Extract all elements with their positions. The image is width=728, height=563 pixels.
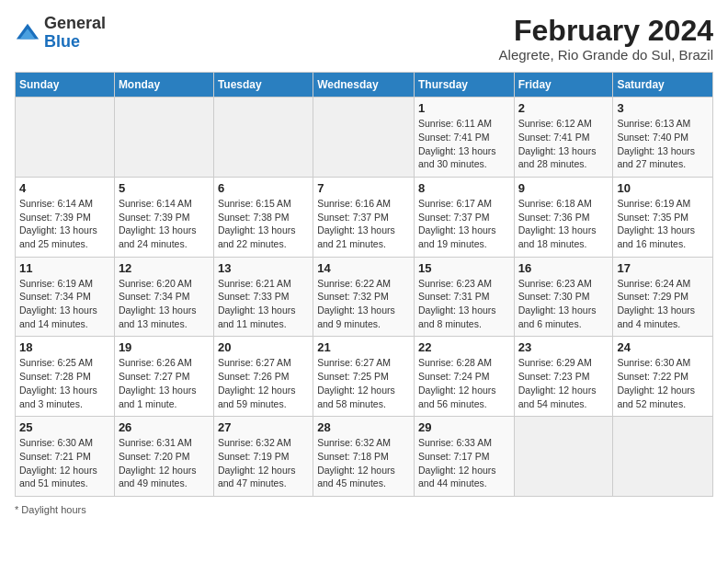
calendar-table: SundayMondayTuesdayWednesdayThursdayFrid… bbox=[15, 72, 713, 497]
calendar-cell: 1Sunrise: 6:11 AMSunset: 7:41 PMDaylight… bbox=[414, 98, 514, 178]
day-header-sunday: Sunday bbox=[16, 73, 115, 98]
day-number: 5 bbox=[119, 181, 210, 195]
calendar-cell: 26Sunrise: 6:31 AMSunset: 7:20 PMDayligh… bbox=[114, 417, 213, 497]
day-number: 20 bbox=[218, 340, 309, 354]
page-header: General Blue February 2024 Alegrete, Rio… bbox=[15, 15, 713, 63]
day-info: Sunrise: 6:31 AMSunset: 7:20 PMDaylight:… bbox=[119, 436, 210, 490]
day-info: Sunrise: 6:12 AMSunset: 7:41 PMDaylight:… bbox=[518, 117, 609, 171]
day-info: Sunrise: 6:27 AMSunset: 7:25 PMDaylight:… bbox=[317, 356, 410, 410]
day-info: Sunrise: 6:25 AMSunset: 7:28 PMDaylight:… bbox=[19, 356, 110, 410]
day-info: Sunrise: 6:15 AMSunset: 7:38 PMDaylight:… bbox=[218, 197, 309, 251]
calendar-cell bbox=[613, 417, 713, 497]
calendar-cell: 14Sunrise: 6:22 AMSunset: 7:32 PMDayligh… bbox=[313, 257, 415, 337]
calendar-cell: 19Sunrise: 6:26 AMSunset: 7:27 PMDayligh… bbox=[114, 337, 213, 417]
day-info: Sunrise: 6:27 AMSunset: 7:26 PMDaylight:… bbox=[218, 356, 309, 410]
calendar-cell: 22Sunrise: 6:28 AMSunset: 7:24 PMDayligh… bbox=[414, 337, 514, 417]
calendar-cell: 20Sunrise: 6:27 AMSunset: 7:26 PMDayligh… bbox=[213, 337, 313, 417]
calendar-cell: 10Sunrise: 6:19 AMSunset: 7:35 PMDayligh… bbox=[613, 177, 713, 257]
calendar-week-row: 1Sunrise: 6:11 AMSunset: 7:41 PMDaylight… bbox=[16, 98, 713, 178]
calendar-cell: 24Sunrise: 6:30 AMSunset: 7:22 PMDayligh… bbox=[613, 337, 713, 417]
day-info: Sunrise: 6:14 AMSunset: 7:39 PMDaylight:… bbox=[19, 197, 110, 251]
calendar-cell: 18Sunrise: 6:25 AMSunset: 7:28 PMDayligh… bbox=[16, 337, 115, 417]
day-header-friday: Friday bbox=[514, 73, 613, 98]
location-subtitle: Alegrete, Rio Grande do Sul, Brazil bbox=[499, 47, 713, 63]
day-number: 13 bbox=[218, 261, 309, 275]
day-number: 11 bbox=[19, 261, 110, 275]
day-info: Sunrise: 6:26 AMSunset: 7:27 PMDaylight:… bbox=[119, 356, 210, 410]
day-info: Sunrise: 6:23 AMSunset: 7:31 PMDaylight:… bbox=[418, 277, 510, 331]
day-number: 26 bbox=[119, 420, 210, 434]
calendar-header-row: SundayMondayTuesdayWednesdayThursdayFrid… bbox=[16, 73, 713, 98]
day-number: 3 bbox=[617, 101, 709, 115]
day-info: Sunrise: 6:32 AMSunset: 7:19 PMDaylight:… bbox=[218, 436, 309, 490]
calendar-cell bbox=[114, 98, 213, 178]
calendar-cell: 2Sunrise: 6:12 AMSunset: 7:41 PMDaylight… bbox=[514, 98, 613, 178]
day-number: 29 bbox=[418, 420, 510, 434]
calendar-cell: 21Sunrise: 6:27 AMSunset: 7:25 PMDayligh… bbox=[313, 337, 415, 417]
logo-icon bbox=[15, 20, 40, 46]
calendar-week-row: 4Sunrise: 6:14 AMSunset: 7:39 PMDaylight… bbox=[16, 177, 713, 257]
day-info: Sunrise: 6:20 AMSunset: 7:34 PMDaylight:… bbox=[119, 277, 210, 331]
day-number: 23 bbox=[518, 340, 609, 354]
day-number: 9 bbox=[518, 181, 609, 195]
footer-note: * Daylight hours bbox=[15, 504, 713, 515]
calendar-cell: 3Sunrise: 6:13 AMSunset: 7:40 PMDaylight… bbox=[613, 98, 713, 178]
logo-text: General Blue bbox=[44, 15, 106, 52]
day-number: 14 bbox=[317, 261, 410, 275]
day-number: 21 bbox=[317, 340, 410, 354]
logo: General Blue bbox=[15, 15, 106, 52]
day-number: 2 bbox=[518, 101, 609, 115]
day-info: Sunrise: 6:11 AMSunset: 7:41 PMDaylight:… bbox=[418, 117, 510, 171]
calendar-cell: 4Sunrise: 6:14 AMSunset: 7:39 PMDaylight… bbox=[16, 177, 115, 257]
title-area: February 2024 Alegrete, Rio Grande do Su… bbox=[499, 15, 713, 63]
day-info: Sunrise: 6:14 AMSunset: 7:39 PMDaylight:… bbox=[119, 197, 210, 251]
calendar-cell bbox=[16, 98, 115, 178]
day-info: Sunrise: 6:30 AMSunset: 7:22 PMDaylight:… bbox=[617, 356, 709, 410]
day-number: 4 bbox=[19, 181, 110, 195]
day-info: Sunrise: 6:22 AMSunset: 7:32 PMDaylight:… bbox=[317, 277, 410, 331]
day-info: Sunrise: 6:18 AMSunset: 7:36 PMDaylight:… bbox=[518, 197, 609, 251]
day-number: 17 bbox=[617, 261, 709, 275]
day-header-thursday: Thursday bbox=[414, 73, 514, 98]
month-year-title: February 2024 bbox=[499, 15, 713, 47]
calendar-cell bbox=[213, 98, 313, 178]
calendar-cell bbox=[514, 417, 613, 497]
day-header-saturday: Saturday bbox=[613, 73, 713, 98]
calendar-cell: 6Sunrise: 6:15 AMSunset: 7:38 PMDaylight… bbox=[213, 177, 313, 257]
calendar-cell: 25Sunrise: 6:30 AMSunset: 7:21 PMDayligh… bbox=[16, 417, 115, 497]
day-number: 27 bbox=[218, 420, 309, 434]
day-number: 24 bbox=[617, 340, 709, 354]
calendar-cell: 13Sunrise: 6:21 AMSunset: 7:33 PMDayligh… bbox=[213, 257, 313, 337]
calendar-cell: 9Sunrise: 6:18 AMSunset: 7:36 PMDaylight… bbox=[514, 177, 613, 257]
calendar-cell: 15Sunrise: 6:23 AMSunset: 7:31 PMDayligh… bbox=[414, 257, 514, 337]
day-number: 15 bbox=[418, 261, 510, 275]
calendar-cell: 17Sunrise: 6:24 AMSunset: 7:29 PMDayligh… bbox=[613, 257, 713, 337]
day-info: Sunrise: 6:33 AMSunset: 7:17 PMDaylight:… bbox=[418, 436, 510, 490]
day-header-monday: Monday bbox=[114, 73, 213, 98]
day-info: Sunrise: 6:23 AMSunset: 7:30 PMDaylight:… bbox=[518, 277, 609, 331]
day-info: Sunrise: 6:17 AMSunset: 7:37 PMDaylight:… bbox=[418, 197, 510, 251]
day-info: Sunrise: 6:19 AMSunset: 7:34 PMDaylight:… bbox=[19, 277, 110, 331]
calendar-cell: 7Sunrise: 6:16 AMSunset: 7:37 PMDaylight… bbox=[313, 177, 415, 257]
calendar-week-row: 11Sunrise: 6:19 AMSunset: 7:34 PMDayligh… bbox=[16, 257, 713, 337]
day-number: 25 bbox=[19, 420, 110, 434]
calendar-cell: 29Sunrise: 6:33 AMSunset: 7:17 PMDayligh… bbox=[414, 417, 514, 497]
day-info: Sunrise: 6:29 AMSunset: 7:23 PMDaylight:… bbox=[518, 356, 609, 410]
calendar-cell: 11Sunrise: 6:19 AMSunset: 7:34 PMDayligh… bbox=[16, 257, 115, 337]
day-info: Sunrise: 6:30 AMSunset: 7:21 PMDaylight:… bbox=[19, 436, 110, 490]
day-info: Sunrise: 6:28 AMSunset: 7:24 PMDaylight:… bbox=[418, 356, 510, 410]
day-header-tuesday: Tuesday bbox=[213, 73, 313, 98]
calendar-cell: 12Sunrise: 6:20 AMSunset: 7:34 PMDayligh… bbox=[114, 257, 213, 337]
calendar-week-row: 25Sunrise: 6:30 AMSunset: 7:21 PMDayligh… bbox=[16, 417, 713, 497]
day-number: 7 bbox=[317, 181, 410, 195]
calendar-week-row: 18Sunrise: 6:25 AMSunset: 7:28 PMDayligh… bbox=[16, 337, 713, 417]
calendar-cell: 27Sunrise: 6:32 AMSunset: 7:19 PMDayligh… bbox=[213, 417, 313, 497]
day-number: 1 bbox=[418, 101, 510, 115]
day-number: 12 bbox=[119, 261, 210, 275]
day-number: 18 bbox=[19, 340, 110, 354]
calendar-cell: 8Sunrise: 6:17 AMSunset: 7:37 PMDaylight… bbox=[414, 177, 514, 257]
calendar-cell: 5Sunrise: 6:14 AMSunset: 7:39 PMDaylight… bbox=[114, 177, 213, 257]
calendar-cell: 16Sunrise: 6:23 AMSunset: 7:30 PMDayligh… bbox=[514, 257, 613, 337]
day-info: Sunrise: 6:19 AMSunset: 7:35 PMDaylight:… bbox=[617, 197, 709, 251]
day-number: 6 bbox=[218, 181, 309, 195]
